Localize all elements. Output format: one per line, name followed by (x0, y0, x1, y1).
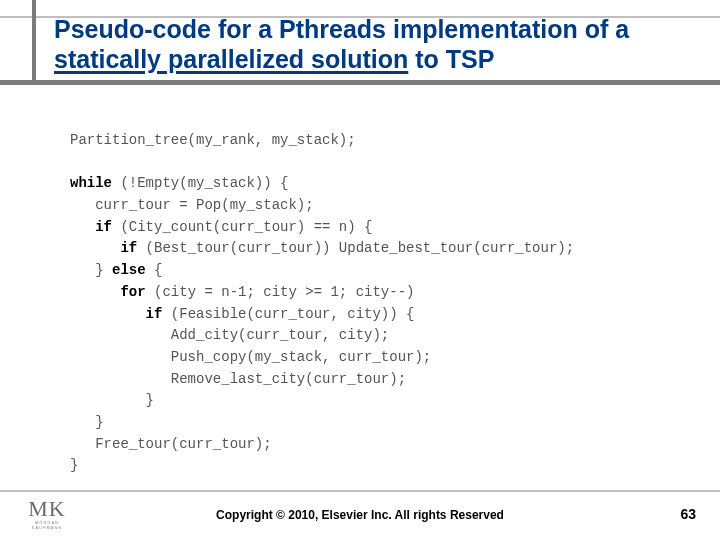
code-l07a: } (70, 262, 112, 278)
code-l06b: (Best_tour(curr_tour)) Update_best_tour(… (137, 240, 574, 256)
code-l16: } (70, 457, 78, 473)
kw-else: else (112, 262, 146, 278)
title-line2-rest: to TSP (408, 45, 494, 73)
code-l14: } (70, 414, 104, 430)
code-l12: Remove_last_city(curr_tour); (70, 371, 406, 387)
code-l09b: (Feasible(curr_tour, city)) { (162, 306, 414, 322)
code-l10: Add_city(curr_tour, city); (70, 327, 389, 343)
kw-if-2: if (70, 240, 137, 256)
kw-if-1: if (70, 219, 112, 235)
title-line2-underlined: statically parallelized solution (54, 45, 408, 73)
code-l11: Push_copy(my_stack, curr_tour); (70, 349, 431, 365)
page-title: Pseudo-code for a Pthreads implementatio… (54, 14, 664, 74)
kw-for: for (70, 284, 146, 300)
slide: Pseudo-code for a Pthreads implementatio… (0, 0, 720, 540)
code-l04: curr_tour = Pop(my_stack); (70, 197, 314, 213)
copyright-text: Copyright © 2010, Elsevier Inc. All righ… (0, 508, 720, 522)
under-title-rule (0, 80, 720, 85)
kw-if-3: if (70, 306, 162, 322)
code-l08b: (city = n-1; city >= 1; city--) (146, 284, 415, 300)
title-line1: Pseudo-code for a Pthreads implementatio… (54, 15, 629, 43)
code-l03b: (!Empty(my_stack)) { (112, 175, 288, 191)
page-number: 63 (680, 506, 696, 522)
code-l07c: { (146, 262, 163, 278)
left-vertical-rule (32, 0, 36, 80)
code-l05b: (City_count(curr_tour) == n) { (112, 219, 372, 235)
code-l15: Free_tour(curr_tour); (70, 436, 272, 452)
footer-rule (0, 490, 720, 492)
code-block: Partition_tree(my_rank, my_stack); while… (70, 130, 670, 477)
code-l01: Partition_tree(my_rank, my_stack); (70, 132, 356, 148)
code-l13: } (70, 392, 154, 408)
kw-while: while (70, 175, 112, 191)
